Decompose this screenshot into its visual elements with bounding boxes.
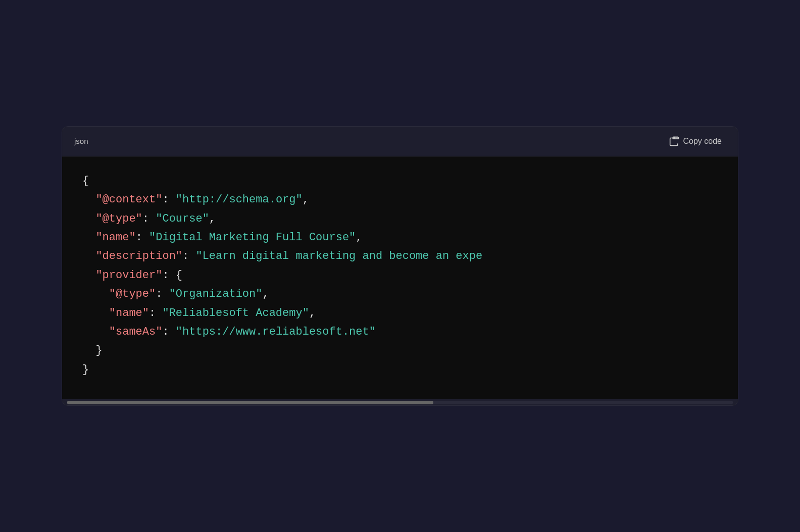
code-block-body[interactable]: { "@context": "http://schema.org", "@typ… (62, 156, 738, 399)
code-block-container: json Copy code { "@context": "http://sch… (62, 126, 738, 406)
language-label: json (74, 137, 88, 145)
svg-rect-1 (673, 137, 678, 139)
copy-code-label: Copy code (683, 137, 722, 146)
scrollbar-track[interactable] (67, 401, 733, 404)
clipboard-icon (669, 136, 679, 147)
horizontal-scrollbar[interactable] (62, 399, 738, 405)
copy-code-button[interactable]: Copy code (665, 134, 726, 149)
scrollbar-thumb[interactable] (67, 401, 433, 404)
code-content: { "@context": "http://schema.org", "@typ… (82, 172, 718, 379)
code-block-header: json Copy code (62, 127, 738, 156)
